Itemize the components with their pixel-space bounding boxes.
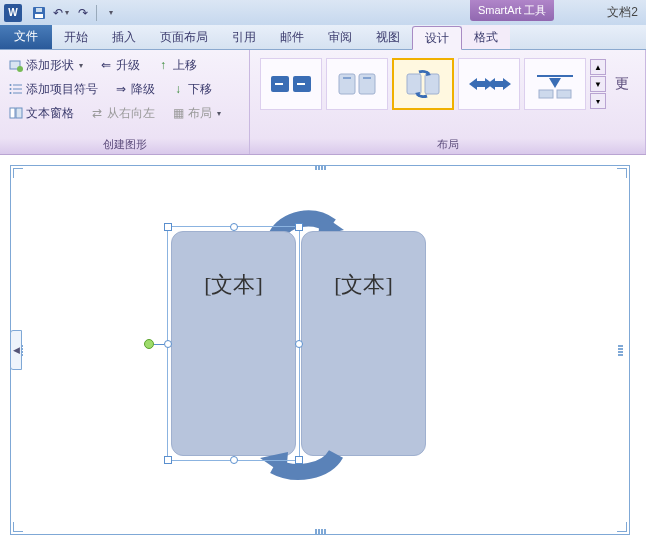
svg-rect-12 [16, 108, 22, 118]
contextual-tab-title: SmartArt 工具 [470, 0, 554, 21]
svg-rect-2 [36, 8, 42, 12]
smartart-diagram: [文本] [文本] [161, 186, 431, 506]
svg-rect-1 [35, 14, 43, 18]
tab-review[interactable]: 审阅 [316, 25, 364, 49]
svg-marker-28 [549, 78, 561, 88]
layout-option-2[interactable] [326, 58, 388, 110]
sel-handle-bl[interactable] [164, 456, 172, 464]
layout-option-5[interactable] [524, 58, 586, 110]
svg-rect-22 [425, 74, 439, 94]
gallery-scroll-down-icon[interactable]: ▼ [590, 76, 606, 92]
tab-home[interactable]: 开始 [52, 25, 100, 49]
document-title: 文档2 [607, 4, 638, 21]
demote-button[interactable]: ⇒降级 [111, 80, 158, 99]
frame-handle-top[interactable] [310, 165, 330, 171]
group-create-graphic: 添加形状▾ ⇐升级 ↑上移 添加项目符号 ⇒降级 ↓下移 文本窗格 ⇄从右向左 … [0, 50, 250, 154]
layout-button[interactable]: ▦布局▾ [168, 104, 224, 123]
bullet-icon [9, 82, 23, 96]
add-shape-icon [9, 58, 23, 72]
svg-marker-26 [487, 78, 511, 90]
move-down-button[interactable]: ↓下移 [168, 80, 215, 99]
gallery-scroll-up-icon[interactable]: ▲ [590, 59, 606, 75]
group-layouts: ▲ ▼ ▾ 更 布局 [250, 50, 646, 154]
sel-handle-rm[interactable] [295, 340, 303, 348]
tab-view[interactable]: 视图 [364, 25, 412, 49]
tab-design[interactable]: 设计 [412, 26, 462, 50]
svg-rect-29 [539, 90, 553, 98]
frame-corner-tl [13, 168, 23, 178]
svg-point-10 [10, 92, 12, 94]
demote-icon: ⇒ [114, 82, 128, 96]
text-pane-button[interactable]: 文本窗格 [6, 104, 77, 123]
tab-insert[interactable]: 插入 [100, 25, 148, 49]
promote-button[interactable]: ⇐升级 [96, 56, 143, 75]
add-bullet-button[interactable]: 添加项目符号 [6, 80, 101, 99]
rotation-connector [154, 344, 164, 345]
svg-rect-11 [10, 108, 15, 118]
promote-icon: ⇐ [99, 58, 113, 72]
svg-point-4 [17, 66, 23, 72]
shape-selection [167, 226, 300, 461]
rtl-icon: ⇄ [90, 106, 104, 120]
svg-rect-17 [339, 74, 355, 94]
quick-access-toolbar: ↶▾ ↷ ▾ [30, 4, 119, 22]
tab-references[interactable]: 引用 [220, 25, 268, 49]
tab-mailings[interactable]: 邮件 [268, 25, 316, 49]
group-label-create: 创建图形 [0, 137, 249, 152]
tab-format[interactable]: 格式 [462, 25, 510, 49]
add-shape-button[interactable]: 添加形状▾ [6, 56, 86, 75]
svg-rect-21 [407, 74, 421, 94]
up-arrow-icon: ↑ [156, 58, 170, 72]
svg-rect-30 [557, 90, 571, 98]
frame-corner-tr [617, 168, 627, 178]
tab-file[interactable]: 文件 [0, 24, 52, 49]
rtl-button[interactable]: ⇄从右向左 [87, 104, 158, 123]
svg-rect-18 [359, 74, 375, 94]
qat-customize-icon[interactable]: ▾ [101, 4, 119, 22]
document-canvas[interactable]: ◀ [文本] [文本] [0, 155, 646, 537]
ribbon: 添加形状▾ ⇐升级 ↑上移 添加项目符号 ⇒降级 ↓下移 文本窗格 ⇄从右向左 … [0, 50, 646, 155]
sel-handle-br[interactable] [295, 456, 303, 464]
layout-option-3[interactable] [392, 58, 454, 110]
frame-corner-br [617, 522, 627, 532]
undo-icon[interactable]: ↶▾ [52, 4, 70, 22]
ribbon-tabs: 文件 开始 插入 页面布局 引用 邮件 审阅 视图 设计 格式 [0, 25, 646, 50]
frame-corner-bl [13, 522, 23, 532]
redo-icon[interactable]: ↷ [74, 4, 92, 22]
sel-handle-tl[interactable] [164, 223, 172, 231]
layout-option-4[interactable] [458, 58, 520, 110]
app-icon[interactable]: W [4, 4, 22, 22]
text-pane-toggle[interactable]: ◀ [10, 330, 22, 370]
title-bar: W ↶▾ ↷ ▾ SmartArt 工具 文档2 [0, 0, 646, 25]
frame-handle-bottom[interactable] [310, 529, 330, 535]
group-label-layout: 布局 [250, 137, 645, 152]
layout-option-1[interactable] [260, 58, 322, 110]
layout-gallery: ▲ ▼ ▾ 更 [256, 54, 639, 114]
smartart-shape-2[interactable]: [文本] [301, 231, 426, 456]
tab-page-layout[interactable]: 页面布局 [148, 25, 220, 49]
sel-handle-tr[interactable] [295, 223, 303, 231]
sel-handle-tm[interactable] [230, 223, 238, 231]
frame-handle-right[interactable] [617, 340, 623, 360]
layout-icon: ▦ [171, 106, 185, 120]
sel-handle-bm[interactable] [230, 456, 238, 464]
gallery-more-icon[interactable]: ▾ [590, 93, 606, 109]
move-up-button[interactable]: ↑上移 [153, 56, 200, 75]
smartart-frame[interactable]: ◀ [文本] [文本] [10, 165, 630, 535]
save-icon[interactable] [30, 4, 48, 22]
sel-handle-lm[interactable] [164, 340, 172, 348]
text-pane-icon [9, 106, 23, 120]
gallery-scroll: ▲ ▼ ▾ [590, 59, 606, 109]
rotation-handle[interactable] [144, 339, 154, 349]
svg-point-9 [10, 88, 12, 90]
down-arrow-icon: ↓ [171, 82, 185, 96]
svg-point-8 [10, 84, 12, 86]
more-commands-button[interactable]: 更 [614, 75, 630, 93]
